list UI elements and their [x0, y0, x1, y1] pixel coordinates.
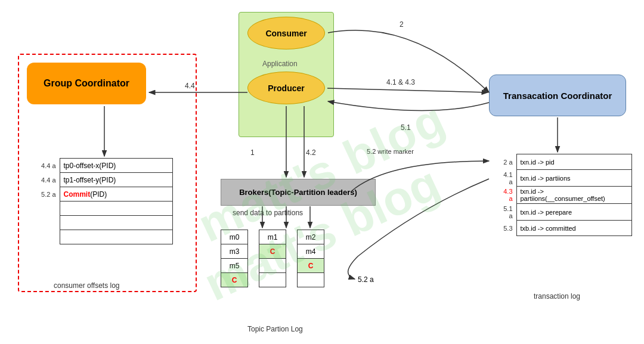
step-5-2a-label: 5.2 a [358, 275, 374, 284]
svg-text:1: 1 [250, 148, 255, 157]
group-coordinator-box: Group Coordinator [27, 63, 146, 104]
producer-label: Producer [268, 83, 304, 93]
txn-row-cell-2: txn.id -> partiions [516, 170, 632, 187]
p2-r0: m2 [298, 230, 324, 244]
partition-col-0: m0 m3 m5 C [221, 230, 248, 287]
p0-r2: m5 [221, 259, 248, 273]
p2-r1: m4 [298, 244, 324, 259]
txn-row-label-1: 2 a [495, 154, 516, 170]
txn-row-label-2: 4.1 a [495, 170, 516, 187]
svg-text:4.2: 4.2 [306, 148, 316, 157]
p1-r2 [259, 259, 286, 273]
brokers-box: Brokers(Topic-Partition leaders) [221, 179, 376, 206]
p1-r0: m1 [259, 230, 286, 244]
offset-row-cell-4 [60, 202, 173, 216]
send-data-label: send data to partitions [233, 209, 303, 217]
consumer-label: Consumer [265, 29, 306, 38]
app-label: Application [262, 60, 298, 68]
txn-row-cell-5: txb.id -> committed [516, 221, 632, 236]
txn-row-cell-1: txn.id -> pid [516, 154, 632, 170]
svg-text:5.2 write marker: 5.2 write marker [367, 148, 414, 155]
txn-row-label-3: 4.3 a [495, 187, 516, 204]
producer-ellipse: Producer [247, 72, 325, 104]
offset-row-label-2: 4.4 a [36, 173, 60, 187]
p1-r1: C [259, 244, 286, 259]
consumer-ellipse: Consumer [247, 17, 325, 49]
svg-text:5.1: 5.1 [401, 123, 411, 132]
p2-r2: C [298, 259, 324, 273]
transaction-coordinator-box: Transacation Coordinator [489, 75, 626, 116]
group-coordinator-title: Group Coordinator [44, 78, 129, 89]
offset-row-cell-3: Commit(PID) [60, 187, 173, 202]
p0-r0: m0 [221, 230, 248, 244]
offset-log-table: 4.4 a tp0-offset-x(PID) 4.4 a tp1-offset… [36, 158, 173, 244]
offset-row-label-1: 4.4 a [36, 159, 60, 173]
p0-r1: m3 [221, 244, 248, 259]
offset-row-label-3: 5.2 a [36, 187, 60, 202]
p1-r3 [259, 273, 286, 287]
partition-col-2: m2 m4 C [297, 230, 324, 287]
topic-partition-label: Topic Partion Log [247, 325, 303, 333]
offset-row-cell-6 [60, 230, 173, 244]
brokers-title: Brokers(Topic-Partition leaders) [239, 188, 357, 197]
svg-line-13 [327, 88, 488, 92]
p2-r3 [298, 273, 324, 287]
transaction-coordinator-title: Transacation Coordinator [503, 91, 612, 101]
topic-partition-tables: m0 m3 m5 C m1 C m2 m4 C [221, 230, 330, 287]
txn-log-table: 2 a txn.id -> pid 4.1 a txn.id -> partii… [495, 154, 632, 236]
offset-row-cell-5 [60, 216, 173, 230]
offset-row-label-5 [36, 216, 60, 230]
txn-log-label: transaction log [534, 292, 580, 300]
offset-row-cell-2: tp1-offset-y(PID) [60, 173, 173, 187]
svg-text:2: 2 [400, 20, 404, 29]
offset-log-label: consumer offsets log [54, 281, 120, 290]
txn-row-cell-3: txn.id ->partiions(__consumer_offset) [516, 187, 632, 204]
partition-col-1: m1 C [259, 230, 286, 287]
txn-row-cell-4: txn.id -> perepare [516, 204, 632, 221]
diagram-container: matt's blog matt's blog Group Coordinato… [0, 0, 644, 344]
offset-row-cell-1: tp0-offset-x(PID) [60, 159, 173, 173]
svg-text:4.1 & 4.3: 4.1 & 4.3 [386, 78, 415, 86]
txn-row-label-5: 5.3 [495, 221, 516, 236]
p0-r3: C [221, 273, 248, 287]
offset-row-label-4 [36, 202, 60, 216]
txn-row-label-4: 5.1 a [495, 204, 516, 221]
offset-row-label-6 [36, 230, 60, 244]
